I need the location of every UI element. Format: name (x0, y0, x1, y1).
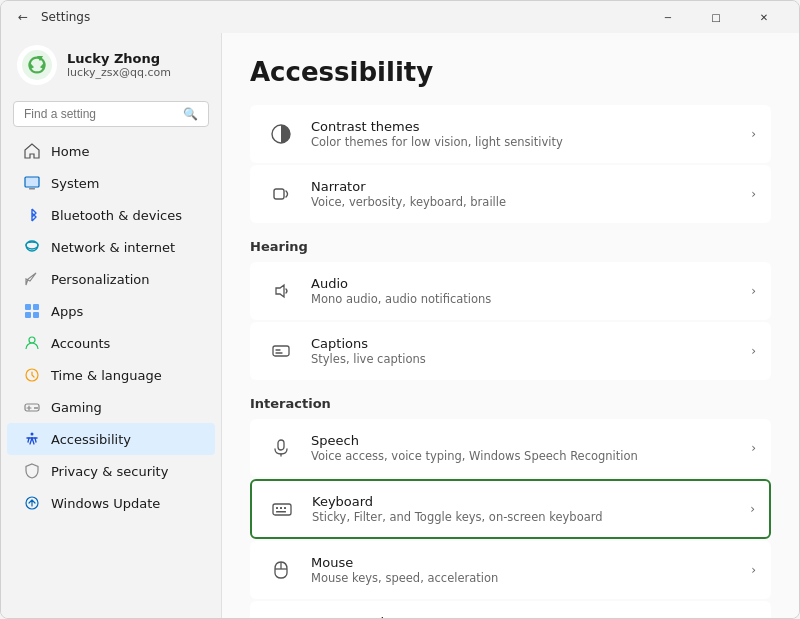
back-button[interactable]: ← (13, 7, 33, 27)
settings-item-eye-control[interactable]: Eye control Eye tracker, text-to-speech … (250, 601, 771, 618)
eye-control-text: Eye control Eye tracker, text-to-speech (311, 615, 737, 618)
speech-title: Speech (311, 433, 737, 448)
settings-item-keyboard[interactable]: Keyboard Sticky, Filter, and Toggle keys… (250, 479, 771, 539)
personalization-icon (23, 270, 41, 288)
mouse-text: Mouse Mouse keys, speed, acceleration (311, 555, 737, 585)
interaction-header: Interaction (250, 396, 771, 411)
eye-control-title: Eye control (311, 615, 737, 618)
contrast-themes-title: Contrast themes (311, 119, 737, 134)
sidebar-item-accounts[interactable]: Accounts (7, 327, 215, 359)
sidebar-item-label: Network & internet (51, 240, 175, 255)
svg-point-12 (36, 407, 38, 409)
svg-rect-21 (280, 507, 282, 509)
title-bar: ← Settings − □ ✕ (1, 1, 799, 33)
sidebar-item-label: Time & language (51, 368, 162, 383)
speech-icon (265, 432, 297, 464)
sidebar-item-label: System (51, 176, 99, 191)
system-icon (23, 174, 41, 192)
mouse-desc: Mouse keys, speed, acceleration (311, 571, 737, 585)
network-icon (23, 238, 41, 256)
window-controls: − □ ✕ (645, 1, 787, 33)
keyboard-title: Keyboard (312, 494, 736, 509)
bluetooth-icon (23, 206, 41, 224)
narrator-desc: Voice, verbosity, keyboard, braille (311, 195, 737, 209)
sidebar-item-label: Apps (51, 304, 83, 319)
sidebar-item-label: Gaming (51, 400, 102, 415)
svg-rect-23 (276, 511, 286, 513)
settings-item-mouse[interactable]: Mouse Mouse keys, speed, acceleration › (250, 541, 771, 599)
sidebar-item-time[interactable]: Time & language (7, 359, 215, 391)
settings-window: ← Settings − □ ✕ (0, 0, 800, 619)
sidebar-item-label: Privacy & security (51, 464, 168, 479)
sidebar-item-label: Windows Update (51, 496, 160, 511)
sidebar-item-label: Accessibility (51, 432, 131, 447)
sidebar-item-bluetooth[interactable]: Bluetooth & devices (7, 199, 215, 231)
search-input[interactable] (24, 107, 177, 121)
sidebar-item-home[interactable]: Home (7, 135, 215, 167)
window-title: Settings (41, 10, 645, 24)
nav-list: Home System (1, 135, 221, 519)
svg-rect-16 (274, 189, 284, 199)
sidebar-item-windows-update[interactable]: Windows Update (7, 487, 215, 519)
svg-rect-17 (273, 346, 289, 356)
sidebar: Lucky Zhong lucky_zsx@qq.com 🔍 Home (1, 33, 221, 618)
windows-update-icon (23, 494, 41, 512)
svg-rect-2 (29, 188, 35, 190)
search-bar[interactable]: 🔍 (13, 101, 209, 127)
chevron-icon: › (751, 127, 756, 141)
mouse-title: Mouse (311, 555, 737, 570)
chevron-icon: › (751, 563, 756, 577)
sidebar-item-accessibility[interactable]: Accessibility (7, 423, 215, 455)
sidebar-item-personalization[interactable]: Personalization (7, 263, 215, 295)
captions-desc: Styles, live captions (311, 352, 737, 366)
speech-text: Speech Voice access, voice typing, Windo… (311, 433, 737, 463)
avatar (17, 45, 57, 85)
svg-rect-6 (25, 312, 31, 318)
svg-rect-5 (33, 304, 39, 310)
sidebar-item-label: Accounts (51, 336, 110, 351)
mouse-icon (265, 554, 297, 586)
audio-text: Audio Mono audio, audio notifications (311, 276, 737, 306)
audio-icon (265, 275, 297, 307)
interaction-section: Speech Voice access, voice typing, Windo… (250, 419, 771, 618)
svg-rect-22 (284, 507, 286, 509)
content-area: Lucky Zhong lucky_zsx@qq.com 🔍 Home (1, 33, 799, 618)
accessibility-icon (23, 430, 41, 448)
narrator-title: Narrator (311, 179, 737, 194)
narrator-icon (265, 178, 297, 210)
captions-title: Captions (311, 336, 737, 351)
privacy-icon (23, 462, 41, 480)
svg-point-8 (29, 337, 35, 343)
svg-point-13 (31, 433, 34, 436)
accounts-icon (23, 334, 41, 352)
keyboard-icon (266, 493, 298, 525)
maximize-button[interactable]: □ (693, 1, 739, 33)
sidebar-item-system[interactable]: System (7, 167, 215, 199)
time-icon (23, 366, 41, 384)
profile-info: Lucky Zhong lucky_zsx@qq.com (67, 51, 171, 79)
chevron-icon: › (751, 187, 756, 201)
svg-point-0 (22, 50, 52, 80)
profile-email: lucky_zsx@qq.com (67, 66, 171, 79)
profile-name: Lucky Zhong (67, 51, 171, 66)
settings-item-speech[interactable]: Speech Voice access, voice typing, Windo… (250, 419, 771, 477)
settings-item-audio[interactable]: Audio Mono audio, audio notifications › (250, 262, 771, 320)
sidebar-item-gaming[interactable]: Gaming (7, 391, 215, 423)
contrast-icon (265, 118, 297, 150)
settings-item-narrator[interactable]: Narrator Voice, verbosity, keyboard, bra… (250, 165, 771, 223)
svg-rect-19 (273, 504, 291, 515)
minimize-button[interactable]: − (645, 1, 691, 33)
speech-desc: Voice access, voice typing, Windows Spee… (311, 449, 737, 463)
eye-control-icon (265, 614, 297, 618)
settings-item-captions[interactable]: Captions Styles, live captions › (250, 322, 771, 380)
settings-item-contrast-themes[interactable]: Contrast themes Color themes for low vis… (250, 105, 771, 163)
home-icon (23, 142, 41, 160)
sidebar-item-label: Bluetooth & devices (51, 208, 182, 223)
sidebar-item-apps[interactable]: Apps (7, 295, 215, 327)
sidebar-item-privacy[interactable]: Privacy & security (7, 455, 215, 487)
main-content: Accessibility Contrast themes Color them… (221, 33, 799, 618)
sidebar-item-network[interactable]: Network & internet (7, 231, 215, 263)
svg-rect-7 (33, 312, 39, 318)
close-button[interactable]: ✕ (741, 1, 787, 33)
audio-title: Audio (311, 276, 737, 291)
